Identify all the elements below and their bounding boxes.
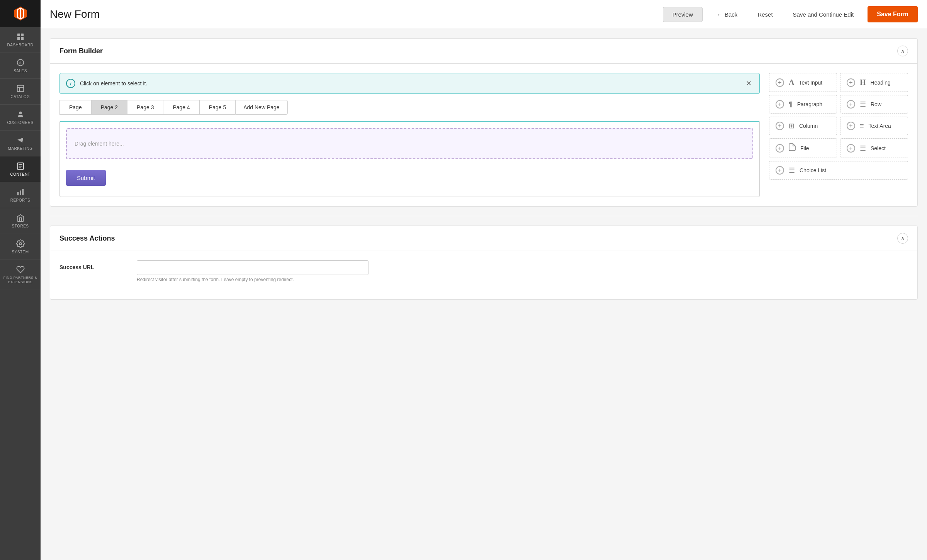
chevron-up-icon-2: ∧ — [901, 235, 905, 241]
svg-point-12 — [19, 243, 22, 245]
sidebar-item-system[interactable]: SYSTEM — [0, 234, 41, 260]
choice-list-label: Choice List — [800, 167, 826, 173]
form-builder-body: i Click on element to select it. ✕ Page … — [50, 64, 917, 206]
page-title: New Form — [50, 8, 655, 20]
success-actions-title: Success Actions — [59, 234, 115, 243]
topbar: New Form Preview ← Back Reset Save and C… — [41, 0, 927, 29]
form-builder-layout: i Click on element to select it. ✕ Page … — [59, 73, 908, 197]
sidebar-item-dashboard[interactable]: DASHBOARD — [0, 27, 41, 53]
svg-rect-2 — [17, 37, 20, 40]
page-tab-1[interactable]: Page — [59, 100, 91, 115]
add-paragraph-button[interactable]: + — [776, 100, 784, 109]
element-paragraph[interactable]: + ¶ Paragraph — [769, 95, 837, 114]
svg-text:$: $ — [19, 61, 22, 65]
sidebar-item-system-label: SYSTEM — [12, 250, 29, 254]
success-url-label: Success URL — [59, 260, 137, 270]
sidebar-item-sales-label: SALES — [14, 69, 27, 73]
svg-rect-6 — [17, 85, 24, 92]
add-heading-button[interactable]: + — [847, 78, 855, 87]
sidebar-item-dashboard-label: DASHBOARD — [7, 43, 34, 47]
back-button[interactable]: ← Back — [710, 7, 744, 22]
element-row[interactable]: + ☰ Row — [840, 95, 908, 114]
back-arrow-icon: ← — [716, 11, 722, 18]
logo[interactable] — [0, 0, 41, 27]
add-row-button[interactable]: + — [847, 100, 855, 109]
svg-rect-3 — [20, 37, 23, 40]
svg-point-7 — [19, 112, 22, 114]
element-text-area[interactable]: + ≡ Text Area — [840, 117, 908, 135]
element-column[interactable]: + ⊞ Column — [769, 117, 837, 135]
sidebar-item-content-label: CONTENT — [10, 172, 31, 176]
success-actions-section: Success Actions ∧ Success URL Redirect v… — [50, 226, 918, 300]
heading-label: Heading — [871, 80, 891, 86]
section-divider — [50, 216, 918, 216]
info-banner: i Click on element to select it. ✕ — [59, 73, 760, 94]
form-builder-title: Form Builder — [59, 47, 103, 55]
sidebar-item-content[interactable]: CONTENT — [0, 156, 41, 182]
element-heading[interactable]: + H Heading — [840, 73, 908, 92]
preview-button[interactable]: Preview — [663, 7, 703, 22]
add-choice-list-button[interactable]: + — [776, 166, 784, 175]
save-form-button[interactable]: Save Form — [868, 6, 918, 22]
page-tab-2[interactable]: Page 2 — [91, 100, 127, 115]
svg-rect-9 — [17, 192, 19, 195]
row-label: Row — [871, 101, 881, 107]
back-label: Back — [725, 11, 737, 18]
info-banner-text: Click on element to select it. — [80, 80, 740, 87]
sidebar-item-catalog[interactable]: CATALOG — [0, 79, 41, 105]
sidebar-item-sales[interactable]: $ SALES — [0, 53, 41, 79]
drop-zone[interactable]: Drag element here... — [66, 128, 753, 159]
form-builder-section: Form Builder ∧ i Click on element to sel… — [50, 38, 918, 207]
canvas-wrapper: Drag element here... Submit — [59, 121, 760, 197]
text-area-icon: ≡ — [860, 122, 864, 130]
svg-rect-10 — [20, 190, 21, 195]
canvas-inner: Drag element here... Submit — [60, 122, 759, 197]
success-url-input[interactable] — [137, 260, 368, 275]
sidebar-item-partners[interactable]: FIND PARTNERS & EXTENSIONS — [0, 260, 41, 290]
add-select-button[interactable]: + — [847, 144, 855, 153]
success-actions-toggle-button[interactable]: ∧ — [897, 233, 908, 244]
element-select[interactable]: + ☰ Select — [840, 138, 908, 158]
paragraph-label: Paragraph — [797, 101, 822, 107]
success-actions-body: Success URL Redirect visitor after submi… — [50, 251, 917, 299]
elements-panel: + A Text Input + H Heading — [769, 73, 908, 197]
page-tab-4[interactable]: Page 4 — [163, 100, 199, 115]
add-new-page-button[interactable]: Add New Page — [235, 100, 287, 115]
sidebar: DASHBOARD $ SALES CATALOG CUSTOMERS MARK… — [0, 0, 41, 560]
add-column-button[interactable]: + — [776, 122, 784, 130]
main-area: New Form Preview ← Back Reset Save and C… — [41, 0, 927, 560]
success-url-field: Redirect visitor after submitting the fo… — [137, 260, 908, 282]
elements-grid: + A Text Input + H Heading — [769, 73, 908, 180]
text-input-label: Text Input — [799, 80, 822, 86]
select-icon: ☰ — [860, 144, 866, 153]
info-icon: i — [66, 79, 75, 88]
sidebar-item-stores[interactable]: STORES — [0, 208, 41, 234]
select-label: Select — [871, 145, 886, 151]
paragraph-icon: ¶ — [789, 100, 793, 109]
submit-button[interactable]: Submit — [66, 170, 106, 186]
save-continue-button[interactable]: Save and Continue Edit — [787, 7, 860, 22]
submit-area: Submit — [66, 165, 753, 190]
add-text-input-button[interactable]: + — [776, 78, 784, 87]
element-file[interactable]: + File — [769, 138, 837, 158]
page-tab-3[interactable]: Page 3 — [127, 100, 163, 115]
sidebar-item-marketing[interactable]: MARKETING — [0, 131, 41, 156]
sidebar-item-marketing-label: MARKETING — [8, 146, 33, 151]
form-builder-toggle-button[interactable]: ∧ — [897, 46, 908, 56]
add-text-area-button[interactable]: + — [847, 122, 855, 130]
row-icon: ☰ — [860, 100, 866, 109]
element-text-input[interactable]: + A Text Input — [769, 73, 837, 92]
close-banner-button[interactable]: ✕ — [744, 79, 753, 88]
svg-rect-1 — [20, 34, 23, 36]
page-tab-5[interactable]: Page 5 — [199, 100, 235, 115]
chevron-up-icon: ∧ — [901, 48, 905, 54]
add-file-button[interactable]: + — [776, 144, 784, 153]
reset-button[interactable]: Reset — [751, 7, 779, 22]
svg-rect-0 — [17, 34, 20, 36]
form-builder-section-header: Form Builder ∧ — [50, 39, 917, 64]
sidebar-item-reports-label: REPORTS — [10, 198, 31, 202]
drop-zone-text: Drag element here... — [75, 141, 124, 147]
sidebar-item-customers[interactable]: CUSTOMERS — [0, 105, 41, 131]
element-choice-list[interactable]: + ☰ Choice List — [769, 161, 908, 180]
sidebar-item-reports[interactable]: REPORTS — [0, 182, 41, 208]
